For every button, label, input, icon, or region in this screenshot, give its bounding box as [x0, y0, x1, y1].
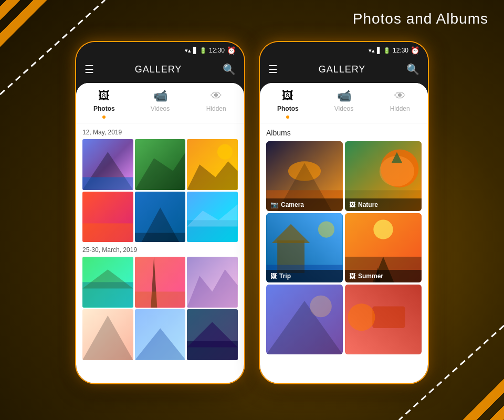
album-nature[interactable]: 🖼 Nature: [345, 141, 422, 211]
svg-rect-7: [82, 223, 133, 242]
svg-marker-6: [187, 161, 238, 190]
hidden-icon-1: 👁: [211, 89, 222, 103]
videos-icon-2: 📹: [337, 89, 351, 103]
tab-bar-1: 🖼 Photos 📹 Videos 👁 Hidden: [76, 83, 244, 123]
hamburger-icon-1[interactable]: ☰: [85, 64, 94, 75]
search-icon-2[interactable]: 🔍: [406, 63, 419, 76]
clock-icon-2: ⏰: [411, 46, 419, 55]
photos-icon-1: 🖼: [98, 89, 110, 103]
status-icons-1: ▾▴ ▋ 🔋 12:30 ⏰: [185, 46, 236, 55]
phones-container: ▾▴ ▋ 🔋 12:30 ⏰ ☰ GALLERY 🔍 🖼 Photos: [52, 42, 452, 383]
clock-icon-1: ⏰: [227, 46, 236, 55]
nature-album-icon: 🖼: [349, 201, 355, 208]
status-time-1: 12:30: [209, 47, 225, 54]
summer-album-label: Summer: [358, 272, 383, 280]
hidden-label-2: Hidden: [390, 105, 410, 112]
album-label-nature: 🖼 Nature: [345, 198, 422, 211]
hidden-icon-2: 👁: [394, 89, 406, 103]
tab-indicator-1: [102, 116, 106, 119]
gallery-title-2: GALLERY: [319, 64, 366, 75]
album-trip[interactable]: 🖼 Trip: [266, 213, 343, 283]
svg-marker-17: [82, 316, 133, 360]
album-grid: 📷 Camera: [266, 141, 422, 354]
svg-point-37: [373, 219, 393, 239]
photo-cell[interactable]: [135, 139, 186, 190]
summer-album-icon: 🖼: [349, 272, 355, 280]
tab-videos-1[interactable]: 📹 Videos: [132, 89, 188, 123]
svg-point-5: [217, 144, 233, 160]
trip-album-icon: 🖼: [270, 272, 277, 280]
page-title: Photos and Albums: [353, 10, 488, 27]
status-time-2: 12:30: [393, 47, 408, 54]
tab-videos-2[interactable]: 📹 Videos: [316, 89, 372, 123]
svg-marker-16: [187, 270, 238, 308]
nature-album-label: Nature: [358, 201, 378, 208]
photo-cell[interactable]: [82, 192, 133, 243]
hidden-label-1: Hidden: [206, 105, 226, 112]
svg-marker-21: [187, 322, 238, 347]
photo-grid-1: [82, 139, 238, 242]
wifi-icon-2: ▾▴: [369, 47, 375, 54]
app-bar-1: ☰ GALLERY 🔍: [76, 59, 244, 83]
search-icon-1[interactable]: 🔍: [223, 63, 236, 76]
content-1: 🖼 Photos 📹 Videos 👁 Hidden 12, May, 2019: [76, 83, 244, 383]
photos-label-2: Photos: [277, 105, 299, 112]
svg-marker-4: [135, 152, 186, 190]
svg-marker-13: [82, 270, 133, 289]
gallery-title-1: GALLERY: [135, 64, 182, 75]
svg-marker-11: [187, 204, 238, 226]
videos-label-2: Videos: [334, 105, 353, 112]
photo-cell[interactable]: [187, 192, 238, 243]
svg-rect-45: [372, 307, 405, 328]
album-6[interactable]: [345, 285, 422, 354]
tab-photos-1[interactable]: 🖼 Photos: [76, 89, 132, 123]
svg-point-43: [310, 296, 331, 317]
phone-2: ▾▴ ▋ 🔋 12:30 ⏰ ☰ GALLERY 🔍 🖼 Photos: [260, 42, 428, 383]
videos-icon-1: 📹: [153, 89, 167, 103]
svg-rect-15: [135, 292, 186, 308]
date-label-1: 12, May, 2019: [82, 129, 238, 136]
trip-album-label: Trip: [279, 272, 291, 280]
camera-album-label: Camera: [281, 201, 304, 208]
photo-cell[interactable]: [187, 309, 238, 360]
photo-cell[interactable]: [187, 257, 238, 308]
date-label-2: 25-30, March, 2019: [82, 246, 238, 254]
tab-hidden-2[interactable]: 👁 Hidden: [372, 89, 428, 123]
videos-label-1: Videos: [151, 105, 170, 112]
albums-label: Albums: [266, 129, 422, 137]
photo-cell[interactable]: [82, 139, 133, 190]
album-camera[interactable]: 📷 Camera: [266, 141, 343, 211]
content-2: 🖼 Photos 📹 Videos 👁 Hidden Albums: [260, 83, 428, 383]
album-label-summer: 🖼 Summer: [345, 270, 422, 282]
album-summer[interactable]: 🖼 Summer: [345, 213, 422, 283]
photo-cell[interactable]: [135, 309, 186, 360]
hamburger-icon-2[interactable]: ☰: [268, 64, 278, 75]
photo-cell[interactable]: [82, 309, 133, 360]
signal-icon-1: ▋: [193, 47, 197, 54]
svg-rect-3: [82, 177, 133, 190]
tab-indicator-2: [286, 116, 289, 119]
wifi-icon-1: ▾▴: [185, 47, 191, 54]
photos-label-1: Photos: [93, 105, 115, 112]
status-bar-2: ▾▴ ▋ 🔋 12:30 ⏰: [260, 42, 428, 59]
photo-cell[interactable]: [135, 257, 186, 308]
battery-icon-1: 🔋: [200, 47, 207, 54]
album-label-trip: 🖼 Trip: [266, 270, 343, 282]
app-bar-2: ☰ GALLERY 🔍: [260, 59, 428, 83]
photo-cell[interactable]: [82, 257, 133, 308]
status-icons-2: ▾▴ ▋ 🔋 12:30 ⏰: [369, 46, 419, 55]
photos-section-1: 12, May, 2019: [76, 123, 244, 383]
battery-icon-2: 🔋: [383, 47, 391, 54]
tab-bar-2: 🖼 Photos 📹 Videos 👁 Hidden: [260, 83, 428, 123]
photo-cell[interactable]: [187, 139, 238, 190]
album-5[interactable]: [266, 285, 343, 354]
camera-album-icon: 📷: [270, 201, 278, 208]
photos-icon-2: 🖼: [282, 89, 293, 103]
tab-hidden-1[interactable]: 👁 Hidden: [188, 89, 244, 123]
status-bar-1: ▾▴ ▋ 🔋 12:30 ⏰: [76, 42, 244, 59]
photo-cell[interactable]: [135, 192, 186, 243]
svg-rect-9: [135, 233, 186, 242]
albums-section: Albums �: [260, 123, 428, 383]
signal-icon-2: ▋: [377, 47, 381, 54]
tab-photos-2[interactable]: 🖼 Photos: [260, 89, 316, 123]
